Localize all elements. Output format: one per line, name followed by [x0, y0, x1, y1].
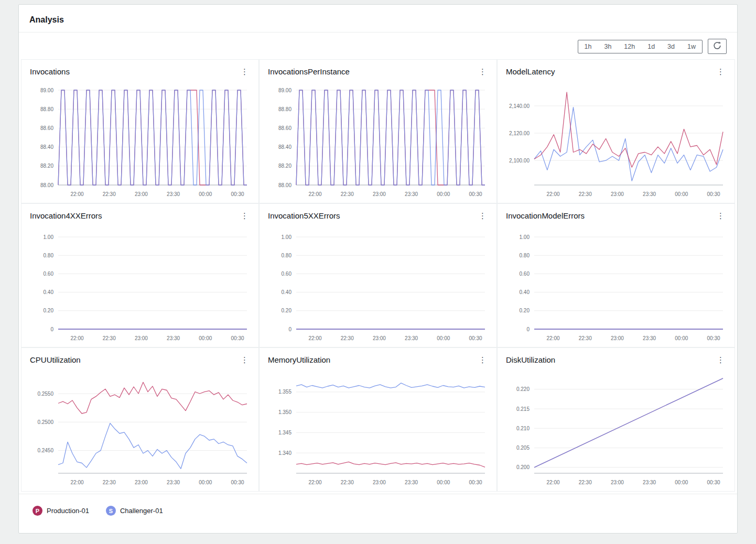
- line-chart: 1.3551.3501.3451.34022:0022:3023:0023:30…: [263, 366, 493, 489]
- svg-text:88.40: 88.40: [278, 144, 291, 150]
- svg-text:0.200: 0.200: [516, 464, 530, 470]
- analysis-card: Analysis 1h 3h 12h 1d 3d 1w Invocations …: [18, 4, 738, 534]
- chart-title: ModelLatency: [506, 67, 555, 76]
- time-range-1w[interactable]: 1w: [681, 40, 702, 53]
- svg-text:88.60: 88.60: [40, 125, 53, 131]
- chart-panel-memory-utilization: MemoryUtilization ⋮ 1.3551.3501.3451.340…: [259, 347, 497, 492]
- chart-panel-invocation-4xx-errors: Invocation4XXErrors ⋮ 1.000.800.600.400.…: [21, 203, 259, 347]
- svg-text:88.20: 88.20: [40, 163, 53, 169]
- svg-text:0.60: 0.60: [44, 271, 54, 277]
- svg-text:2,140.00: 2,140.00: [509, 103, 530, 109]
- svg-text:23:00: 23:00: [135, 191, 148, 197]
- svg-text:00:00: 00:00: [675, 480, 688, 485]
- line-chart: 89.0088.8088.6088.4088.2088.0022:0022:30…: [25, 78, 255, 201]
- line-chart: 2,140.002,120.002,100.0022:0022:3023:002…: [501, 78, 731, 201]
- time-range-12h[interactable]: 12h: [618, 40, 641, 53]
- kebab-menu-icon[interactable]: ⋮: [475, 67, 490, 77]
- svg-text:22:30: 22:30: [579, 480, 592, 485]
- svg-text:22:00: 22:00: [70, 191, 83, 197]
- time-range-3d[interactable]: 3d: [661, 40, 681, 53]
- chart-title: CPUUtilization: [30, 355, 81, 364]
- svg-text:23:30: 23:30: [167, 335, 180, 341]
- kebab-menu-icon[interactable]: ⋮: [713, 67, 728, 77]
- svg-text:1.350: 1.350: [278, 409, 291, 415]
- chart-panel-cpu-utilization: CPUUtilization ⋮ 0.25500.25000.245022:00…: [21, 347, 259, 492]
- charts-grid: Invocations ⋮ 89.0088.8088.6088.4088.208…: [19, 59, 737, 492]
- svg-text:23:00: 23:00: [611, 335, 624, 341]
- chart-title: Invocation4XXErrors: [30, 211, 102, 220]
- line-chart: 0.2200.2150.2100.2050.20022:0022:3023:00…: [501, 366, 731, 489]
- kebab-menu-icon[interactable]: ⋮: [237, 355, 252, 365]
- time-range-group: 1h 3h 12h 1d 3d 1w: [578, 40, 703, 53]
- svg-text:00:30: 00:30: [231, 480, 244, 485]
- svg-text:22:30: 22:30: [579, 335, 592, 341]
- svg-text:0.205: 0.205: [516, 445, 530, 451]
- svg-text:00:30: 00:30: [469, 480, 482, 485]
- chart-title: MemoryUtilization: [268, 355, 330, 364]
- svg-text:1.345: 1.345: [278, 430, 291, 436]
- card-header: Analysis: [19, 5, 737, 32]
- svg-text:00:30: 00:30: [469, 335, 482, 341]
- svg-text:00:00: 00:00: [437, 480, 450, 485]
- svg-text:22:30: 22:30: [341, 335, 354, 341]
- svg-text:23:00: 23:00: [135, 335, 148, 341]
- svg-text:88.20: 88.20: [278, 163, 291, 169]
- time-range-3h[interactable]: 3h: [598, 40, 618, 53]
- production-badge: P: [33, 506, 42, 516]
- chart-panel-invocations: Invocations ⋮ 89.0088.8088.6088.4088.208…: [21, 59, 259, 203]
- line-chart: 1.000.800.600.400.20022:0022:3023:0023:3…: [501, 222, 731, 345]
- refresh-icon: [713, 41, 721, 51]
- svg-text:0.40: 0.40: [520, 289, 530, 295]
- svg-text:0.2450: 0.2450: [37, 448, 53, 453]
- svg-text:23:00: 23:00: [373, 480, 386, 485]
- svg-text:0.40: 0.40: [282, 289, 292, 295]
- time-range-1d[interactable]: 1d: [641, 40, 661, 53]
- line-chart: 89.0088.8088.6088.4088.2088.0022:0022:30…: [263, 78, 493, 201]
- svg-text:23:30: 23:30: [643, 191, 656, 197]
- svg-text:22:30: 22:30: [341, 191, 354, 197]
- svg-text:0.80: 0.80: [282, 253, 292, 258]
- legend-item-challenger[interactable]: S Challenger-01: [106, 506, 163, 516]
- svg-text:0: 0: [526, 327, 530, 332]
- svg-text:00:30: 00:30: [707, 480, 720, 485]
- kebab-menu-icon[interactable]: ⋮: [237, 211, 252, 221]
- svg-text:0.220: 0.220: [516, 386, 530, 392]
- chart-title: DiskUtilization: [506, 355, 555, 364]
- svg-text:00:00: 00:00: [199, 191, 212, 197]
- svg-text:0.215: 0.215: [516, 406, 530, 412]
- kebab-menu-icon[interactable]: ⋮: [237, 67, 252, 77]
- svg-text:00:30: 00:30: [231, 191, 244, 197]
- line-chart: 1.000.800.600.400.20022:0022:3023:0023:3…: [263, 222, 493, 345]
- svg-text:22:00: 22:00: [546, 191, 559, 197]
- kebab-menu-icon[interactable]: ⋮: [713, 355, 728, 365]
- svg-text:23:30: 23:30: [405, 191, 418, 197]
- toolbar: 1h 3h 12h 1d 3d 1w: [19, 32, 737, 59]
- svg-text:22:30: 22:30: [579, 191, 592, 197]
- refresh-button[interactable]: [708, 39, 727, 54]
- svg-text:0.2500: 0.2500: [37, 419, 53, 425]
- svg-text:1.00: 1.00: [520, 234, 530, 240]
- svg-text:22:30: 22:30: [103, 480, 116, 485]
- challenger-badge: S: [106, 506, 116, 516]
- svg-text:89.00: 89.00: [278, 88, 291, 93]
- line-chart: 1.000.800.600.400.20022:0022:3023:0023:3…: [25, 222, 255, 345]
- svg-text:88.80: 88.80: [40, 106, 53, 112]
- svg-text:0.40: 0.40: [44, 289, 54, 295]
- svg-text:22:00: 22:00: [308, 480, 321, 485]
- svg-text:0.80: 0.80: [520, 253, 530, 258]
- chart-panel-disk-utilization: DiskUtilization ⋮ 0.2200.2150.2100.2050.…: [497, 347, 735, 492]
- time-range-1h[interactable]: 1h: [578, 40, 598, 53]
- svg-text:88.80: 88.80: [278, 106, 291, 112]
- svg-text:00:00: 00:00: [437, 191, 450, 197]
- legend-item-production[interactable]: P Production-01: [33, 506, 89, 516]
- svg-text:1.00: 1.00: [44, 234, 54, 240]
- kebab-menu-icon[interactable]: ⋮: [713, 211, 728, 221]
- svg-text:89.00: 89.00: [40, 88, 53, 93]
- svg-text:22:30: 22:30: [103, 191, 116, 197]
- svg-text:23:30: 23:30: [643, 335, 656, 341]
- svg-text:0: 0: [50, 327, 53, 332]
- svg-text:00:30: 00:30: [469, 191, 482, 197]
- kebab-menu-icon[interactable]: ⋮: [475, 211, 490, 221]
- svg-text:00:00: 00:00: [437, 335, 450, 341]
- kebab-menu-icon[interactable]: ⋮: [475, 355, 490, 365]
